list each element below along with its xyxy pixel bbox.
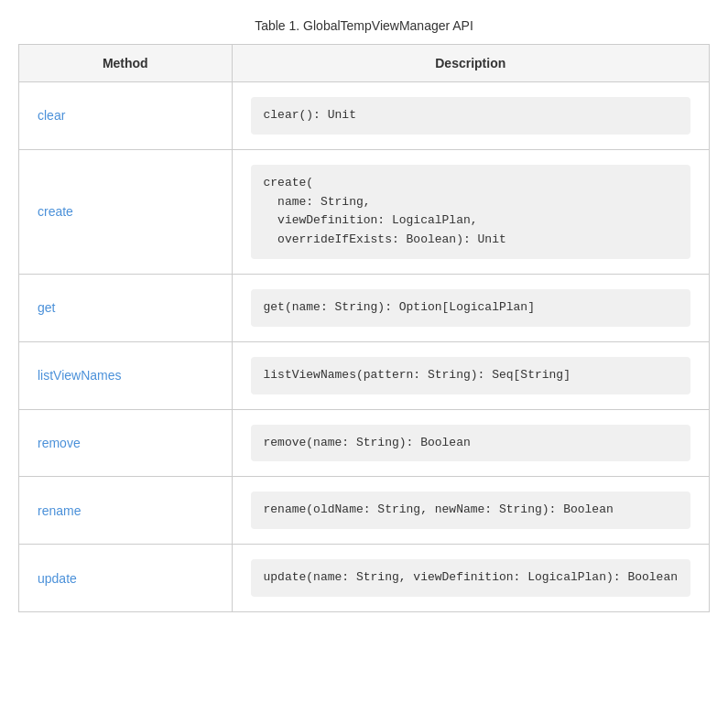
method-link[interactable]: listViewNames xyxy=(38,368,122,383)
method-link[interactable]: clear xyxy=(38,108,65,123)
code-block: rename(oldName: String, newName: String)… xyxy=(251,492,690,529)
table-row: clearclear(): Unit xyxy=(19,82,710,150)
code-block: update(name: String, viewDefinition: Log… xyxy=(251,559,690,597)
method-link[interactable]: update xyxy=(38,571,77,586)
method-link[interactable]: get xyxy=(38,300,55,315)
method-cell: rename xyxy=(19,477,233,545)
method-link[interactable]: create xyxy=(38,204,73,219)
table-row: renamerename(oldName: String, newName: S… xyxy=(19,477,710,545)
description-cell: create( name: String, viewDefinition: Lo… xyxy=(232,149,709,274)
page-container: Table 1. GlobalTempViewManager API Metho… xyxy=(18,18,710,612)
method-cell: create xyxy=(19,149,233,274)
code-block: remove(name: String): Boolean xyxy=(251,425,690,462)
description-header: Description xyxy=(232,45,709,82)
code-block: get(name: String): Option[LogicalPlan] xyxy=(251,289,690,327)
method-link[interactable]: remove xyxy=(38,436,81,450)
method-cell: get xyxy=(19,274,233,341)
method-cell: clear xyxy=(19,82,233,150)
table-row: listViewNameslistViewNames(pattern: Stri… xyxy=(19,341,710,409)
method-link[interactable]: rename xyxy=(38,503,81,518)
table-row: updateupdate(name: String, viewDefinitio… xyxy=(19,545,710,612)
code-block: create( name: String, viewDefinition: Lo… xyxy=(251,165,690,259)
method-header: Method xyxy=(19,45,233,82)
table-row: removeremove(name: String): Boolean xyxy=(19,409,710,477)
table-row: createcreate( name: String, viewDefiniti… xyxy=(19,149,710,274)
description-cell: get(name: String): Option[LogicalPlan] xyxy=(232,274,709,341)
table-header-row: Method Description xyxy=(19,45,710,82)
method-cell: remove xyxy=(19,409,233,477)
description-cell: update(name: String, viewDefinition: Log… xyxy=(232,545,709,612)
description-cell: clear(): Unit xyxy=(232,82,709,150)
method-cell: listViewNames xyxy=(19,341,233,409)
description-cell: remove(name: String): Boolean xyxy=(232,409,709,477)
code-block: clear(): Unit xyxy=(251,97,690,135)
method-cell: update xyxy=(19,545,233,612)
code-block: listViewNames(pattern: String): Seq[Stri… xyxy=(251,357,690,394)
api-table: Method Description clearclear(): Unitcre… xyxy=(18,44,710,612)
description-cell: listViewNames(pattern: String): Seq[Stri… xyxy=(232,341,709,409)
description-cell: rename(oldName: String, newName: String)… xyxy=(232,477,709,545)
table-caption: Table 1. GlobalTempViewManager API xyxy=(18,18,710,33)
table-row: getget(name: String): Option[LogicalPlan… xyxy=(19,274,710,341)
